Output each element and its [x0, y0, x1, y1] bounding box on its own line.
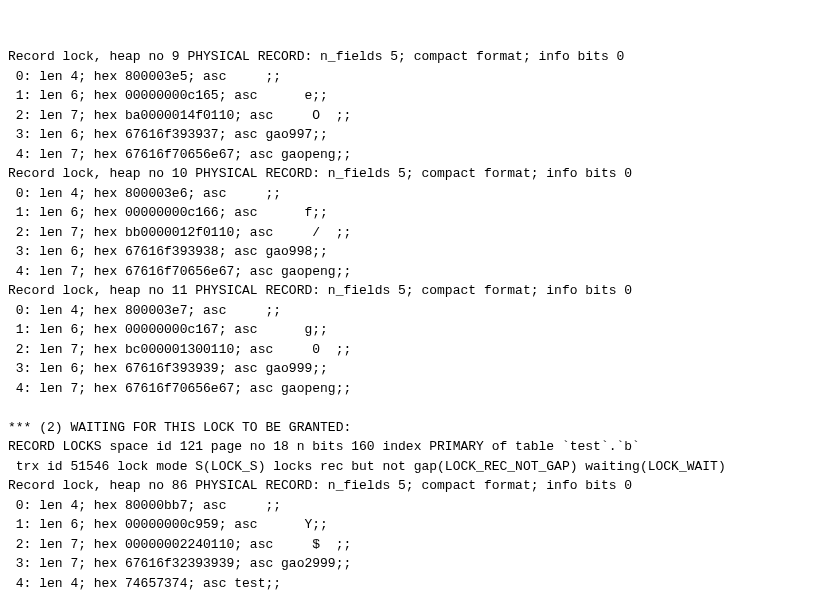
log-line: 3: len 6; hex 67616f393937; asc gao997;; — [8, 125, 822, 145]
log-line: 0: len 4; hex 800003e7; asc ;; — [8, 301, 822, 321]
log-line: Record lock, heap no 9 PHYSICAL RECORD: … — [8, 47, 822, 67]
log-line: 2: len 7; hex ba0000014f0110; asc O ;; — [8, 106, 822, 126]
log-line: 3: len 7; hex 67616f32393939; asc gao299… — [8, 554, 822, 574]
log-line: Record lock, heap no 10 PHYSICAL RECORD:… — [8, 164, 822, 184]
log-line: 1: len 6; hex 00000000c166; asc f;; — [8, 203, 822, 223]
log-output: Record lock, heap no 9 PHYSICAL RECORD: … — [8, 47, 822, 609]
log-line: 0: len 4; hex 800003e6; asc ;; — [8, 184, 822, 204]
log-line: 3: len 6; hex 67616f393938; asc gao998;; — [8, 242, 822, 262]
log-line — [8, 398, 822, 418]
log-line: 1: len 6; hex 00000000c959; asc Y;; — [8, 515, 822, 535]
log-line — [8, 593, 822, 609]
log-line: 3: len 6; hex 67616f393939; asc gao999;; — [8, 359, 822, 379]
log-line: RECORD LOCKS space id 121 page no 18 n b… — [8, 437, 822, 457]
log-line: 1: len 6; hex 00000000c165; asc e;; — [8, 86, 822, 106]
log-line: 2: len 7; hex bb0000012f0110; asc / ;; — [8, 223, 822, 243]
log-line: 2: len 7; hex bc000001300110; asc 0 ;; — [8, 340, 822, 360]
log-line: 0: len 4; hex 800003e5; asc ;; — [8, 67, 822, 87]
log-line: 4: len 7; hex 67616f70656e67; asc gaopen… — [8, 379, 822, 399]
log-line: 1: len 6; hex 00000000c167; asc g;; — [8, 320, 822, 340]
log-line: 4: len 7; hex 67616f70656e67; asc gaopen… — [8, 145, 822, 165]
log-line: *** (2) WAITING FOR THIS LOCK TO BE GRAN… — [8, 418, 822, 438]
log-line: trx id 51546 lock mode S(LOCK_S) locks r… — [8, 457, 822, 477]
log-line: Record lock, heap no 11 PHYSICAL RECORD:… — [8, 281, 822, 301]
log-line: 0: len 4; hex 80000bb7; asc ;; — [8, 496, 822, 516]
log-line: 4: len 7; hex 67616f70656e67; asc gaopen… — [8, 262, 822, 282]
log-line: 2: len 7; hex 00000002240110; asc $ ;; — [8, 535, 822, 555]
log-line: Record lock, heap no 86 PHYSICAL RECORD:… — [8, 476, 822, 496]
log-line: 4: len 4; hex 74657374; asc test;; — [8, 574, 822, 594]
